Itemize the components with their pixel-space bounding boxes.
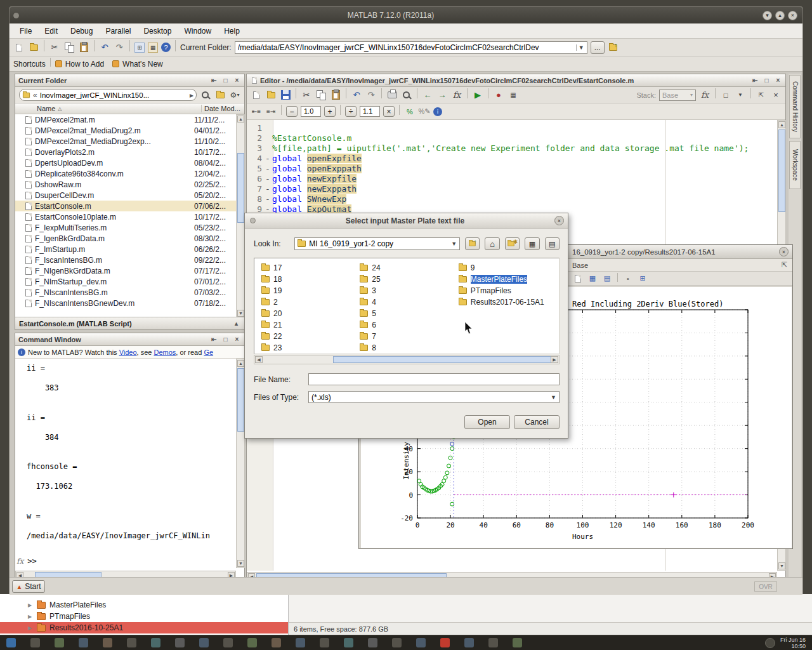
menu-edit[interactable]: Edit	[38, 25, 64, 37]
file-row[interactable]: DoverlayPlots2.m10/17/2...	[15, 147, 236, 157]
dialog-folder-item[interactable]: 2	[259, 296, 353, 308]
divide-button[interactable]: ÷	[345, 106, 357, 117]
file-row[interactable]: EstartConsole.m07/06/2...	[15, 201, 236, 211]
dock-icon[interactable]: ⇤	[210, 335, 218, 343]
indent-left-icon[interactable]: ⇤≡	[251, 106, 262, 117]
taskbar-app-icon[interactable]	[368, 638, 377, 647]
taskbar-app-icon[interactable]	[199, 638, 209, 647]
taskbar-app-icon[interactable]	[30, 638, 40, 647]
close-panel-icon[interactable]: ×	[233, 76, 241, 84]
fx-find-icon[interactable]: fx	[699, 90, 710, 101]
close-button[interactable]: ×	[788, 11, 797, 20]
up-folder-icon[interactable]: ↑	[608, 42, 619, 53]
figure-menu-base[interactable]: Base	[572, 262, 588, 269]
dialog-folder-item[interactable]: 25	[358, 274, 451, 285]
dialog-folder-item[interactable]: 24	[358, 262, 451, 274]
window-menu-icon[interactable]	[13, 13, 19, 18]
indent-right-icon[interactable]: ≡⇥	[265, 106, 277, 117]
figure-close-button[interactable]: ×	[779, 247, 789, 256]
dialog-folder-item[interactable]: 22	[259, 331, 353, 342]
file-row[interactable]: DMPexcel2mat_MediaDrug2.m04/01/2...	[15, 125, 236, 136]
simulink-icon[interactable]: ⊞	[134, 43, 145, 53]
start-button[interactable]: ▲ Start	[12, 580, 45, 593]
increment-button[interactable]: +	[324, 106, 336, 117]
new-file-icon[interactable]	[13, 42, 25, 53]
cf-search-icon[interactable]	[200, 90, 211, 101]
split-view-icon[interactable]: □	[720, 90, 731, 101]
breadcrumb-text[interactable]: InovImager_jwrCF_WINLinx150...	[40, 91, 150, 99]
cancel-button[interactable]: Cancel	[514, 415, 560, 429]
shortcut-how-to-add[interactable]: How to Add	[65, 60, 104, 69]
figure-pin-icon[interactable]: ⇱	[780, 261, 789, 269]
close-editor-icon[interactable]: ×	[770, 90, 782, 101]
undock-icon[interactable]: □	[221, 76, 230, 84]
tab-workspace[interactable]: Workspace	[789, 141, 801, 189]
undock-editor-icon[interactable]: ⇱	[756, 90, 767, 101]
new-folder-button[interactable]: ✱	[505, 237, 520, 250]
fig-gray-icon[interactable]: ▪	[622, 273, 634, 284]
dialog-folder-item[interactable]: 21	[259, 319, 353, 331]
fm-tree-item[interactable]: ▶PTmapFiles	[0, 611, 288, 622]
dialog-folder-item[interactable]: Results2017-06-15A1	[457, 296, 559, 308]
fig-table1-icon[interactable]: ▦	[587, 273, 598, 284]
taskbar-app-icon[interactable]	[344, 638, 353, 647]
menu-desktop[interactable]: Desktop	[137, 25, 178, 37]
file-row[interactable]: EstartConsole10plate.m10/17/2...	[15, 211, 236, 222]
dialog-folder-item[interactable]: 18	[259, 274, 353, 285]
dialog-folder-item[interactable]: 20	[259, 308, 353, 319]
redo-icon[interactable]: ↷	[365, 90, 377, 101]
breadcrumb-arrow-icon[interactable]: ▸	[190, 91, 193, 100]
taskbar-app-icon[interactable]	[392, 638, 402, 647]
fx-indicator[interactable]: fx	[16, 557, 23, 566]
close-panel-icon[interactable]: ×	[233, 335, 241, 343]
taskbar-app-icon[interactable]	[127, 638, 136, 647]
col-date[interactable]: Date Mod...	[201, 105, 244, 112]
cf-actions-gear-icon[interactable]: ⚙▾	[229, 90, 240, 101]
taskbar-app-icon[interactable]	[320, 638, 329, 647]
code-line[interactable]: 4-global openExpfile	[247, 153, 776, 163]
undo-icon[interactable]: ↶	[351, 90, 362, 101]
file-row[interactable]: F_IexpMultiTseries.m05/23/2...	[15, 222, 236, 233]
breakpoint-icon[interactable]: ●	[493, 90, 504, 101]
taskbar-app-icon[interactable]	[6, 638, 16, 647]
details-info-icon[interactable]: i	[433, 107, 442, 116]
dialog-folder-item[interactable]: MasterPlateFiles	[457, 274, 559, 285]
multiply-button[interactable]: ×	[383, 106, 395, 117]
code-line[interactable]: 7-global newExppath	[247, 183, 776, 194]
cell-mode-icon[interactable]: ▦	[508, 90, 519, 101]
stack-combo[interactable]: Base▾	[659, 90, 696, 101]
print-icon[interactable]	[386, 90, 398, 101]
dialog-folder-item[interactable]: 23	[259, 342, 353, 354]
video-link[interactable]: Video	[119, 348, 137, 356]
code-line[interactable]: 1	[247, 123, 776, 133]
code-line[interactable]: 3%[file,path] = uiputfile('.mat','Create…	[247, 143, 776, 153]
cf-vscrollbar[interactable]: ▲ ▼	[236, 114, 245, 318]
path-dropdown-icon[interactable]: ▼	[576, 44, 584, 51]
run-icon[interactable]: ▶	[472, 90, 483, 101]
forward-icon[interactable]: →	[436, 90, 448, 101]
taskbar-clock-time[interactable]: 10:50	[780, 643, 806, 649]
getting-started-link[interactable]: Ge	[204, 348, 213, 356]
dialog-folder-item[interactable]: 8	[358, 342, 451, 354]
taskbar-app-icon[interactable]	[488, 638, 498, 647]
fig-panel-icon[interactable]: ⊞	[637, 273, 648, 284]
new-file-icon[interactable]	[251, 90, 262, 101]
type-dropdown-icon[interactable]: ▼	[551, 394, 556, 401]
file-row[interactable]: F_IgenBkGrdData.m08/30/2...	[15, 233, 236, 244]
close-panel-icon[interactable]: ×	[774, 76, 782, 84]
uncomment-icon[interactable]: %✎	[419, 106, 430, 117]
dialog-folder-item[interactable]: 19	[259, 285, 353, 296]
expander-icon[interactable]: ▶	[28, 614, 33, 620]
dialog-folder-item[interactable]: 17	[259, 262, 353, 274]
menu-parallel[interactable]: Parallel	[99, 25, 137, 37]
undock-icon[interactable]: □	[763, 76, 771, 84]
sort-asc-icon[interactable]: △	[58, 106, 62, 112]
file-row[interactable]: F_IscanIntensBG.m09/22/2...	[15, 255, 236, 265]
dialog-folder-item[interactable]: 4	[358, 296, 451, 308]
minimize-button[interactable]: ▾	[763, 11, 772, 20]
dialog-folder-item[interactable]: 5	[358, 308, 451, 319]
comment-icon[interactable]: %	[404, 106, 416, 117]
copy-icon[interactable]	[315, 90, 327, 101]
code-line[interactable]: 6-global newExpfile	[247, 173, 776, 183]
paste-icon[interactable]	[78, 42, 89, 53]
